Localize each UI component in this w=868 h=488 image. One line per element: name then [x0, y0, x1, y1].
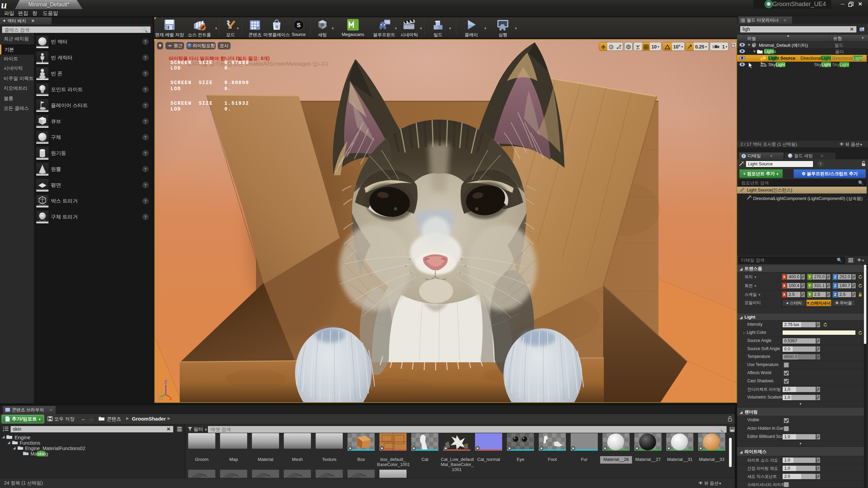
- svg-text:Z: Z: [164, 380, 167, 385]
- svg-text:u: u: [275, 24, 278, 29]
- svg-text:S: S: [297, 22, 300, 28]
- svg-text:X: X: [169, 396, 172, 400]
